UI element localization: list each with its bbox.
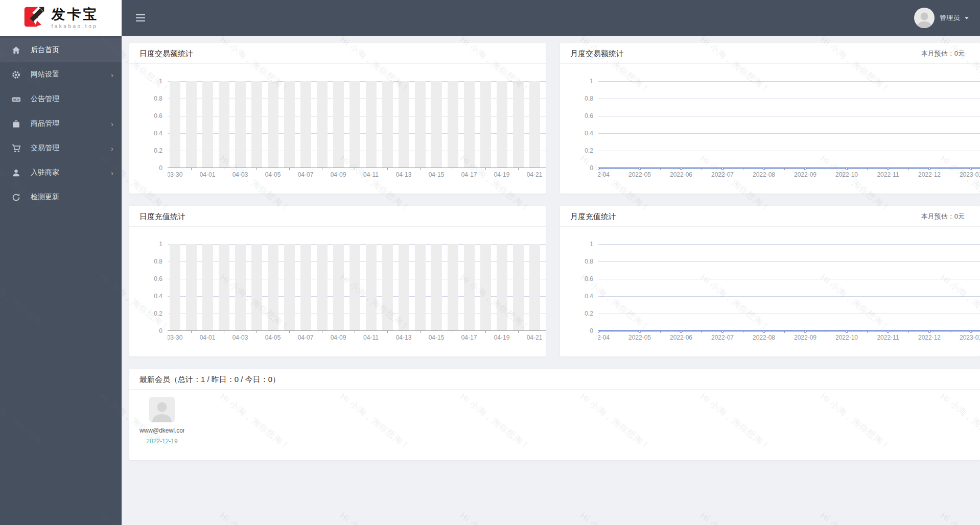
x-axis-tick	[660, 168, 661, 170]
sidebar-item-label: 检测更新	[31, 193, 59, 202]
y-axis-label: 0	[570, 327, 593, 335]
x-axis-tick	[322, 331, 322, 333]
x-axis-label: 04-21	[527, 334, 543, 341]
admin-menu[interactable]: 管理员	[914, 8, 969, 28]
x-axis-labels: 03-3004-0104-0304-0504-0704-0904-1104-13…	[168, 171, 546, 180]
sidebar-item-products[interactable]: 商品管理›	[0, 111, 122, 136]
x-axis-label: 04-11	[363, 171, 379, 178]
gridline	[598, 151, 980, 151]
cart-icon	[12, 144, 22, 153]
data-point	[804, 168, 807, 170]
gridline	[598, 116, 980, 116]
y-axis-label: 0	[139, 327, 162, 335]
x-axis-labels: 03-3004-0104-0304-0504-0704-0904-1104-13…	[168, 334, 546, 343]
x-axis-tick	[908, 168, 909, 170]
sidebar-item-announcements[interactable]: NEW公告管理	[0, 87, 122, 111]
daily-transactions-chart: 10.80.60.40.2003-3004-0104-0304-0504-070…	[129, 64, 546, 194]
x-axis-label: 03-30	[168, 334, 182, 341]
x-axis-label: 2022-04	[598, 334, 610, 341]
x-axis-tick	[420, 331, 421, 333]
x-axis-label: 2022-07	[711, 171, 734, 178]
logo[interactable]: 发卡宝 fakabao.top	[0, 0, 122, 36]
sidebar-item-label: 入驻商家	[31, 168, 59, 177]
x-axis-label: 04-11	[363, 334, 379, 341]
member-card: www@dkewl.com2022-12-19	[139, 397, 184, 445]
gridline	[598, 99, 980, 99]
x-axis-tick	[387, 331, 388, 333]
watermark-text: Hi 小淘，淘你想淘！	[698, 510, 773, 525]
data-point	[721, 330, 724, 333]
data-point	[721, 168, 724, 170]
x-axis-label: 2022-06	[670, 334, 692, 341]
x-axis-tick	[743, 168, 743, 170]
sidebar-item-orders[interactable]: 交易管理›	[0, 136, 122, 160]
y-axis-label: 0.4	[139, 130, 162, 137]
sidebar-item-site-settings[interactable]: 网站设置›	[0, 62, 122, 87]
menu-toggle-button[interactable]	[133, 11, 148, 25]
x-axis-label: 04-17	[461, 334, 477, 341]
x-axis-label: 04-15	[429, 334, 445, 341]
gridline	[598, 296, 980, 297]
sidebar-item-label: 网站设置	[31, 70, 59, 79]
data-point	[887, 330, 890, 333]
y-axis: 10.80.60.40.20	[139, 244, 168, 331]
panel-monthly-recharge: 月度充值统计 本月预估：0元 10.80.60.40.202022-042022…	[560, 206, 980, 356]
x-axis-tick	[867, 168, 868, 170]
y-axis: 10.80.60.40.20	[570, 81, 598, 168]
admin-name: 管理员	[940, 13, 960, 22]
panel-title: 月度交易额统计	[570, 49, 624, 59]
x-axis-label: 04-05	[265, 334, 281, 341]
y-axis: 10.80.60.40.20	[570, 244, 598, 331]
daily-recharge-chart: 10.80.60.40.2003-3004-0104-0304-0504-070…	[129, 227, 546, 356]
x-axis-tick	[224, 331, 224, 333]
x-axis-label: 2022-05	[628, 171, 651, 178]
plot	[168, 81, 546, 168]
chart-body: 10.80.60.40.202022-042022-052022-062022-…	[570, 244, 980, 343]
data-point	[846, 330, 848, 333]
x-axis-labels: 2022-042022-052022-062022-072022-082022-…	[598, 171, 980, 180]
panel-daily-transactions: 日度交易额统计 10.80.60.40.2003-3004-0104-0304-…	[129, 43, 546, 194]
plot	[598, 244, 980, 331]
watermark-text: Hi 小淘，淘你想淘！	[578, 510, 652, 525]
main-content: 日度交易额统计 10.80.60.40.2003-3004-0104-0304-…	[129, 43, 980, 460]
x-axis-label: 2022-12	[918, 171, 941, 178]
svg-text:NEW: NEW	[13, 98, 20, 101]
topbar: 管理员	[122, 0, 980, 36]
panel-daily-recharge: 日度充值统计 10.80.60.40.2003-3004-0104-0304-0…	[129, 206, 546, 356]
x-axis-tick	[702, 168, 702, 170]
brand-domain: fakabao.top	[52, 23, 99, 29]
x-axis-tick	[784, 331, 785, 333]
x-axis-label: 2022-11	[877, 334, 899, 341]
plot	[598, 81, 980, 168]
x-axis-tick	[743, 331, 743, 333]
x-axis-tick	[355, 168, 355, 170]
sidebar-item-home[interactable]: 后台首页	[0, 38, 122, 62]
y-axis-label: 0.6	[570, 112, 593, 120]
gear-icon	[12, 70, 22, 79]
x-axis-label: 2022-05	[628, 334, 651, 341]
announcement-icon: NEW	[12, 95, 22, 104]
x-axis-label: 04-19	[494, 334, 510, 341]
admin-avatar	[914, 8, 935, 28]
plot-area: 2022-042022-052022-062022-072022-082022-…	[598, 81, 980, 180]
x-axis-tick	[453, 331, 453, 333]
monthly-estimate: 本月预估：0元	[921, 212, 965, 221]
x-axis-tick	[660, 331, 661, 333]
x-axis-tick	[826, 168, 826, 170]
chevron-right-icon: ›	[111, 169, 113, 177]
y-axis-label: 1	[139, 78, 162, 85]
member-join-date[interactable]: 2022-12-19	[139, 438, 184, 445]
data-point	[680, 168, 683, 170]
bag-icon	[12, 120, 22, 128]
chart-body: 10.80.60.40.202022-042022-052022-062022-…	[570, 81, 980, 180]
x-axis-label: 2022-08	[753, 171, 775, 178]
chevron-right-icon: ›	[111, 145, 113, 152]
sidebar-item-update-check[interactable]: 检测更新	[0, 185, 122, 209]
x-axis-tick	[289, 168, 290, 170]
x-axis-tick	[518, 168, 519, 170]
x-axis-label: 04-07	[298, 171, 314, 178]
y-axis-label: 0	[139, 164, 162, 172]
plot	[168, 244, 546, 331]
sidebar-item-merchants[interactable]: 入驻商家›	[0, 160, 122, 185]
data-point	[846, 168, 848, 170]
